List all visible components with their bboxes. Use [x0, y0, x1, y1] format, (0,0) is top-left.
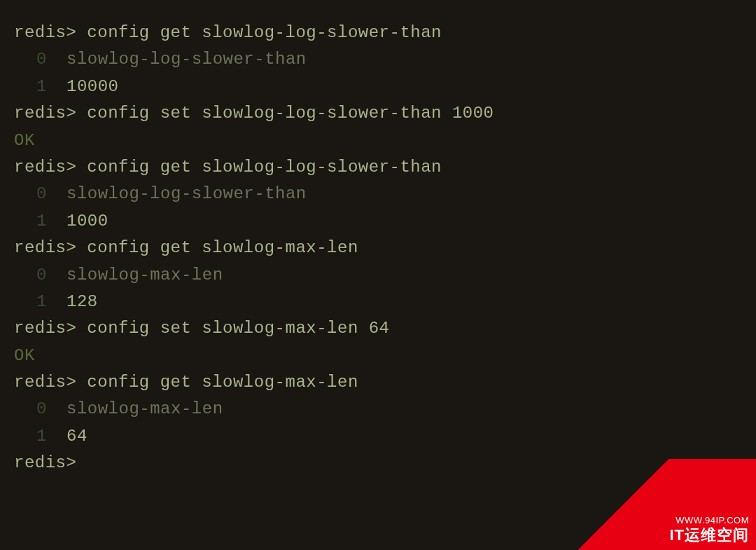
prompt: redis> [14, 104, 76, 123]
watermark: WWW.94IP.COM IT运维空间 [560, 459, 756, 550]
command-text: config get slowlog-max-len [87, 373, 358, 392]
prompt: redis> [14, 453, 76, 472]
result-line: 0slowlog-log-slower-than [14, 181, 742, 207]
result-line: 0slowlog-max-len [14, 396, 742, 422]
watermark-title: IT运维空间 [669, 526, 749, 544]
prompt: redis> [14, 23, 76, 42]
result-index: 0 [14, 396, 59, 422]
result-index: 0 [14, 262, 59, 289]
result-line: 0slowlog-log-slower-than [14, 46, 742, 73]
watermark-url: WWW.94IP.COM [669, 515, 749, 526]
prompt: redis> [14, 319, 76, 338]
command-text: config get slowlog-log-slower-than [87, 158, 442, 177]
ok-line: OK [14, 128, 742, 154]
result-index: 1 [14, 423, 59, 450]
result-index: 1 [14, 289, 59, 315]
command-line: redis> config get slowlog-max-len [14, 369, 742, 396]
prompt: redis> [14, 373, 76, 392]
result-value: 10000 [59, 77, 119, 96]
result-line: 164 [14, 423, 742, 450]
prompt: redis> [14, 238, 76, 257]
command-line: redis> config get slowlog-log-slower-tha… [14, 20, 742, 46]
result-line: 11000 [14, 208, 742, 235]
result-index: 1 [14, 208, 59, 235]
terminal-output[interactable]: redis> config get slowlog-log-slower-tha… [14, 20, 742, 477]
result-value: 128 [59, 292, 98, 311]
result-key: slowlog-max-len [59, 266, 223, 284]
result-index: 1 [14, 74, 59, 100]
command-text: config get slowlog-log-slower-than [87, 23, 442, 42]
result-line: 1128 [14, 289, 742, 315]
watermark-text: WWW.94IP.COM IT运维空间 [669, 515, 749, 544]
result-key: slowlog-log-slower-than [59, 184, 307, 203]
result-line: 110000 [14, 74, 742, 100]
command-line: redis> config get slowlog-max-len [14, 235, 742, 261]
ok-line: OK [14, 343, 742, 369]
command-line: redis> config set slowlog-max-len 64 [14, 315, 742, 342]
ok-text: OK [14, 346, 35, 365]
result-value: 64 [59, 427, 88, 446]
result-line: 0slowlog-max-len [14, 262, 742, 289]
ok-text: OK [14, 131, 35, 150]
command-line: redis> config set slowlog-log-slower-tha… [14, 100, 742, 127]
result-index: 0 [14, 181, 59, 207]
result-key: slowlog-max-len [59, 399, 223, 418]
result-key: slowlog-log-slower-than [59, 50, 307, 69]
result-value: 1000 [59, 212, 108, 231]
command-text: config set slowlog-log-slower-than 1000 [87, 104, 493, 123]
prompt: redis> [14, 158, 76, 177]
result-index: 0 [14, 46, 59, 73]
command-line: redis> config get slowlog-log-slower-tha… [14, 154, 742, 181]
command-text: config get slowlog-max-len [87, 238, 358, 257]
command-text: config set slowlog-max-len 64 [87, 319, 389, 338]
